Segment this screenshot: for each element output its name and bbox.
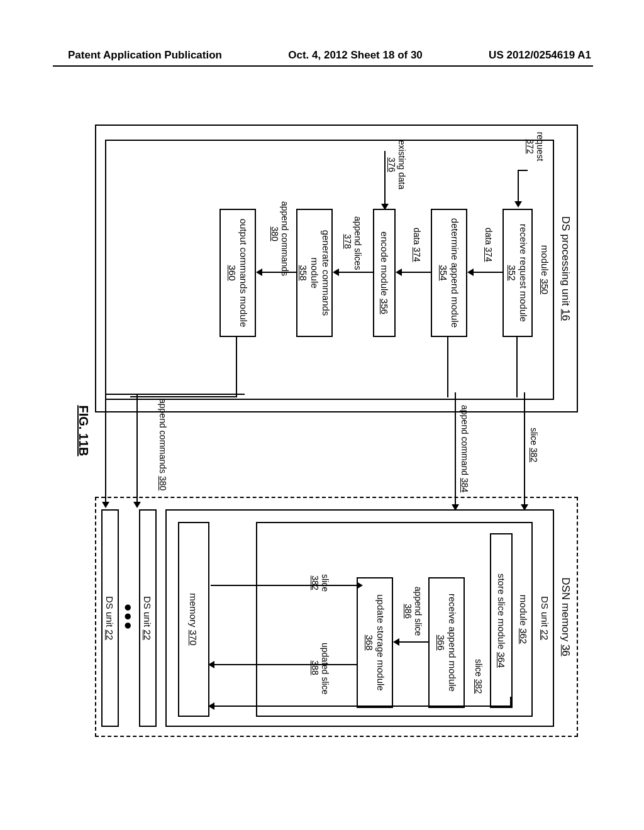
- encode-ref: 356: [379, 299, 390, 314]
- upd-storage-text: update storage module: [375, 594, 386, 690]
- module-362-text: module: [518, 595, 529, 626]
- out-cmd-ref: 360: [227, 265, 238, 280]
- data-ref-1: 374: [484, 247, 494, 262]
- append-command-text: append command: [460, 405, 470, 475]
- slice-mem-ref: 382: [310, 575, 320, 590]
- recv-append-ref: 366: [436, 634, 447, 650]
- arrhead-sliceup: [357, 582, 363, 589]
- ds-unit-s2-text: DS unit: [105, 596, 116, 627]
- determine-append-module: determine append module 354: [431, 209, 467, 337]
- page-header: Patent Application Publication Oct. 4, 2…: [0, 49, 644, 62]
- dsn-title-ref: 36: [560, 645, 572, 656]
- ds-proc-title-text: DS processing unit: [560, 216, 572, 306]
- arr-ed-h: [384, 189, 386, 205]
- module-350-text: module: [540, 245, 550, 276]
- figure-canvas: DS processing unit 16 request 372 module…: [69, 119, 583, 742]
- append-slices-ref: 378: [343, 234, 353, 248]
- existing-data-text: existing data: [397, 140, 407, 190]
- arr-as: [398, 641, 428, 643]
- updated-slice-ref: 388: [310, 660, 320, 675]
- slice-382-in: slice 382: [474, 659, 484, 694]
- out-cmd-text: output commands module: [238, 219, 249, 328]
- header-mid: Oct. 4, 2012 Sheet 18 of 30: [288, 49, 423, 62]
- receive-request-module: receive request module module352: [502, 209, 533, 337]
- data-ref-2: 374: [412, 247, 422, 262]
- arrhead-d1: [467, 268, 474, 276]
- store-slice-module: store slice module 364: [490, 533, 513, 708]
- recv-req-text: receive request module: [518, 224, 529, 322]
- output-commands-module: output commands module 360: [219, 209, 256, 337]
- receive-append-module: receive append module 366: [428, 577, 465, 708]
- header-rule: [53, 65, 593, 67]
- encode-module: encode module 356: [373, 209, 396, 337]
- recv-req-ref: 352: [507, 265, 518, 280]
- ds-unit-s1-ref: 22: [143, 629, 153, 640]
- gen-cmd-text: generate commands module: [309, 230, 331, 316]
- data-374-label-1: data 374: [484, 228, 494, 262]
- module-350-ref: 350: [540, 279, 550, 294]
- updated-slice-label: updated slice slice 388: [310, 643, 330, 693]
- memory-text: memory: [189, 593, 199, 627]
- append-commands-text-1: append commands: [280, 201, 290, 276]
- arr-appendcmd-h1: [447, 337, 448, 397]
- append-commands-label-1: append commands append commands 380: [270, 201, 290, 267]
- arr-d3: [338, 272, 373, 273]
- arr-apcmds-vjoin: [136, 394, 245, 395]
- dsn-title: DSN memory 36: [559, 577, 572, 656]
- slice-text: slice: [529, 428, 539, 445]
- ellipsis-icon: ●●●: [120, 604, 136, 631]
- ds-unit-small-2: DS unit 22: [101, 509, 119, 727]
- ds-proc-title: DS processing unit 16: [559, 216, 572, 321]
- arr-d2: [401, 272, 431, 273]
- arr-ss-v: [213, 706, 511, 707]
- arr-appendcmd-long: [455, 392, 456, 506]
- append-slice-ref: 386: [403, 604, 413, 618]
- append-commands-text-2: append commands: [158, 399, 168, 473]
- gen-cmd-ref: 358: [298, 265, 309, 280]
- encode-text: encode module: [379, 231, 390, 296]
- ds-unit-main-label: DS unit 22: [540, 511, 553, 726]
- slice-ref: 382: [529, 448, 539, 462]
- header-left: Patent Application Publication: [68, 49, 222, 62]
- memory-370: memory 370: [178, 522, 209, 717]
- arr-apcmds-h2: [105, 394, 106, 503]
- det-append-ref: 354: [438, 265, 449, 280]
- memory-ref: 370: [189, 630, 199, 646]
- header-right: US 2012/0254619 A1: [489, 49, 591, 62]
- update-storage-module: update storage module 368: [357, 577, 393, 708]
- module-350-label: module 350: [540, 141, 553, 399]
- upd-storage-ref: 368: [364, 634, 375, 650]
- slice-in-ref: 382: [474, 679, 484, 694]
- module-362: module 362 store slice module 364 slice …: [256, 522, 533, 717]
- ds-unit-s1-text: DS unit: [143, 596, 153, 627]
- arr-slice-out-h1: [516, 337, 518, 397]
- dsn-title-text: DSN memory: [560, 577, 572, 641]
- arr-d1: [472, 272, 502, 273]
- arrhead-d4: [256, 268, 262, 276]
- generate-commands-module: generate commands module 358: [296, 209, 333, 337]
- arr-updslice: [213, 664, 358, 665]
- ds-unit-s2-ref: 22: [105, 629, 116, 640]
- slice-in-text: slice: [474, 659, 484, 677]
- append-slices-text: append slices: [353, 216, 363, 270]
- arr-apcmds-h1: [136, 394, 138, 503]
- slice-mem-text: slice: [320, 574, 330, 592]
- figure-rotated: DS processing unit 16 request 372 module…: [69, 119, 583, 742]
- ds-unit-main: DS unit 22 module 362 store slice module…: [165, 509, 554, 727]
- dsn-memory: DSN memory 36 DS unit 22 module 362: [95, 497, 578, 737]
- arrhead-d2: [396, 268, 402, 276]
- slice-382-mem: slice 382: [310, 561, 330, 605]
- arr-sliceup: [211, 585, 358, 586]
- arr-out-h1: [236, 337, 237, 397]
- ds-unit-ref: 22: [540, 629, 550, 640]
- recv-append-text: receive append module: [447, 594, 458, 692]
- arr-d4: [261, 272, 296, 273]
- store-slice-ref: 364: [496, 652, 507, 668]
- store-slice-text: store slice module: [496, 573, 507, 650]
- append-slice-text: append slice: [413, 587, 423, 636]
- arrhead-d3: [333, 268, 339, 276]
- arrhead-as: [393, 638, 399, 646]
- data-374-label-2: data 374: [412, 228, 422, 262]
- append-commands-ref-2: 380: [158, 476, 168, 490]
- ds-proc-title-ref: 16: [560, 309, 572, 321]
